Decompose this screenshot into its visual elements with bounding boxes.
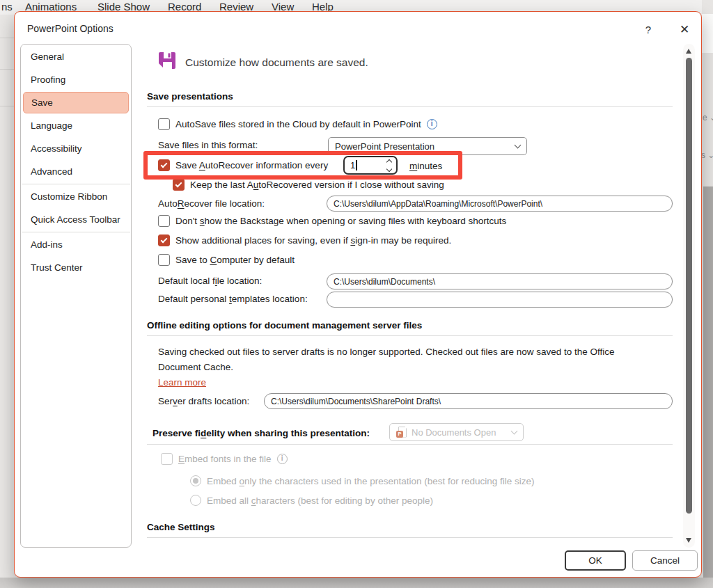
sidebar-item-add-ins[interactable]: Add-ins (21, 233, 131, 256)
embed-all-radio (190, 495, 201, 506)
close-icon[interactable]: ✕ (675, 20, 694, 38)
background-statusbar (0, 578, 713, 588)
embed-fonts-checkbox (161, 453, 173, 465)
sidebar-item-general[interactable]: General (21, 45, 131, 68)
ribbon-edge-line (0, 106, 15, 106)
keep-last-label: Keep the last AutoRecovered version if I… (190, 180, 444, 190)
autorecover-label: Save AutoRecover information every (175, 160, 328, 170)
section-divider (147, 106, 673, 107)
spinner-down-icon[interactable] (386, 166, 392, 171)
dont-show-backstage-row: Don't show the Backstage when opening or… (158, 215, 506, 227)
menu-item-transitions-partial[interactable]: ns (1, 1, 13, 13)
sidebar-item-trust-center[interactable]: Trust Center (21, 256, 131, 279)
background-taskpane-strip (703, 186, 713, 588)
section-divider (147, 335, 673, 336)
save-format-value: PowerPoint Presentation (335, 141, 434, 152)
powerpoint-document-icon (396, 427, 407, 438)
save-to-computer-label: Save to Computer by default (175, 255, 295, 265)
save-floppy-icon (157, 50, 178, 71)
embed-fonts-label: Embed fonts in the file (178, 454, 272, 464)
minutes-label: minutes (409, 161, 442, 171)
sidebar-item-customize-ribbon[interactable]: Customize Ribbon (21, 185, 131, 208)
cancel-button[interactable]: Cancel (632, 550, 698, 571)
show-additional-places-row: Show additional places for saving, even … (158, 235, 451, 246)
vertical-scrollbar[interactable] (683, 44, 695, 548)
text-cursor (356, 160, 357, 170)
embed-only-label: Embed only the characters used in the pr… (207, 476, 535, 486)
sidebar-item-proofing[interactable]: Proofing (21, 68, 131, 91)
ribbon-edge-line (0, 38, 15, 38)
section-divider (147, 444, 673, 445)
save-format-label: Save files in this format: (158, 140, 258, 150)
background-right-white (702, 14, 713, 53)
options-category-sidebar: General Proofing Save Language Accessibi… (20, 44, 132, 548)
show-additional-places-checkbox[interactable] (158, 235, 170, 246)
checkmark-icon (161, 237, 168, 244)
embed-all-characters-row: Embed all characters (best for editing b… (190, 495, 433, 506)
save-to-computer-checkbox[interactable] (158, 254, 170, 266)
autorecover-location-label: AutoRecover file location: (158, 198, 265, 209)
chevron-down-icon (515, 141, 522, 148)
dont-show-backstage-checkbox[interactable] (158, 215, 170, 227)
spinner-buttons (387, 160, 391, 171)
embed-fonts-row: Embed fonts in the file (161, 453, 288, 465)
checkmark-icon (175, 181, 182, 188)
spinner-up-icon[interactable] (386, 159, 392, 164)
sidebar-item-advanced[interactable]: Advanced (21, 160, 131, 183)
section-heading-cache-settings: Cache Settings (147, 522, 215, 532)
checkmark-icon (161, 161, 168, 168)
keep-last-checkbox[interactable] (173, 179, 185, 191)
background-text-fragment: e ⌄ (703, 113, 713, 122)
default-local-location-label: Default local file location: (158, 276, 262, 286)
keep-last-autorecovered-row: Keep the last AutoRecovered version if I… (173, 179, 444, 191)
offline-editing-description: Saving checked out files to server draft… (158, 344, 649, 375)
help-icon[interactable]: ? (640, 21, 657, 38)
ok-button[interactable]: OK (565, 550, 626, 571)
sidebar-divider (22, 184, 130, 184)
section-heading-save-presentations: Save presentations (147, 91, 233, 102)
default-templates-location-label: Default personal templates location: (158, 294, 308, 304)
sidebar-item-quick-access-toolbar[interactable]: Quick Access Toolbar (21, 208, 131, 231)
dialog-title: PowerPoint Options (27, 23, 113, 34)
default-local-location-field[interactable]: C:\Users\dilum\Documents\ (327, 273, 673, 289)
sidebar-divider (22, 232, 130, 232)
save-to-computer-row: Save to Computer by default (158, 254, 295, 266)
default-templates-location-field[interactable] (327, 292, 673, 308)
autosave-cloud-checkbox[interactable] (158, 118, 170, 130)
page-title: Customize how documents are saved. (185, 56, 368, 69)
server-drafts-location-field[interactable]: C:\Users\dilum\Documents\SharePoint Draf… (264, 393, 673, 409)
chevron-down-icon (511, 427, 518, 434)
autorecover-checkbox[interactable] (158, 159, 170, 171)
scroll-down-icon[interactable] (686, 538, 691, 543)
embed-all-label: Embed all characters (best for editing b… (207, 495, 433, 506)
autorecover-location-field[interactable]: C:\Users\dilum\AppData\Roaming\Microsoft… (327, 196, 673, 212)
info-icon[interactable] (427, 119, 437, 129)
dont-show-backstage-label: Don't show the Backstage when opening or… (175, 216, 506, 226)
powerpoint-options-dialog: PowerPoint Options ? ✕ General Proofing … (14, 11, 702, 578)
learn-more-link[interactable]: Learn more (158, 377, 206, 388)
autosave-cloud-row: AutoSave files stored in the Cloud by de… (158, 118, 437, 130)
autorecover-minutes-value: 1 (350, 160, 355, 170)
save-format-dropdown[interactable]: PowerPoint Presentation (328, 137, 527, 155)
sidebar-item-language[interactable]: Language (21, 114, 131, 137)
scrollbar-thumb[interactable] (686, 58, 692, 514)
sidebar-item-accessibility[interactable]: Accessibility (21, 137, 131, 160)
autorecover-minutes-spinner[interactable]: 1 (343, 156, 398, 175)
fidelity-dropdown-value: No Documents Open (412, 427, 496, 438)
server-drafts-location-label: Server drafts location: (158, 396, 249, 406)
info-icon (277, 454, 288, 464)
embed-only-characters-row: Embed only the characters used in the pr… (190, 475, 535, 486)
background-text-fragment: s ⌄ (701, 150, 713, 160)
sidebar-item-save[interactable]: Save (23, 92, 129, 113)
scroll-up-icon[interactable] (686, 49, 691, 54)
radio-dot (193, 478, 198, 484)
autorecover-row: Save AutoRecover information every (158, 159, 328, 171)
autosave-cloud-label: AutoSave files stored in the Cloud by de… (175, 119, 421, 129)
section-heading-offline-editing: Offline editing options for document man… (147, 320, 422, 331)
preserve-fidelity-label: Preserve fidelity when sharing this pres… (152, 428, 370, 438)
embed-only-radio (190, 475, 201, 486)
section-divider (147, 537, 673, 538)
ribbon-edge-line (0, 69, 15, 70)
show-additional-places-label: Show additional places for saving, even … (175, 235, 451, 246)
fidelity-presentation-dropdown: No Documents Open (389, 423, 524, 441)
